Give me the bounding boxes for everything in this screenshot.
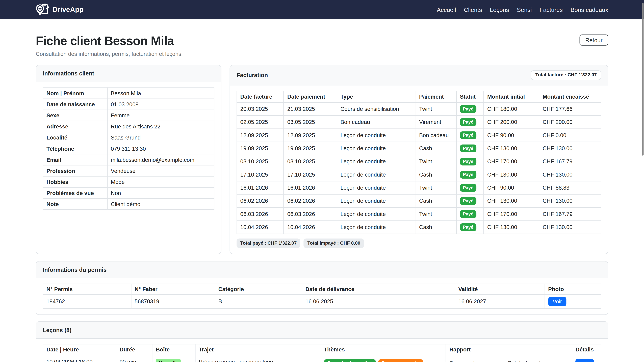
permit-col-n-permis: N° Permis	[43, 284, 131, 295]
client-info-row: SexeFemme	[43, 110, 214, 121]
client-info-value: Rue des Artisans 22	[107, 121, 214, 132]
permit-col-cat-gorie: Catégorie	[215, 284, 302, 295]
lesson-report: Parcours type examen. Points à corriger …	[446, 355, 572, 362]
client-info-value: mila.besson.demo@example.com	[107, 154, 214, 165]
lessons-col-bo-te: Boîte	[152, 344, 195, 355]
nav-link-clients[interactable]: Clients	[464, 6, 482, 13]
vertical-scrollbar[interactable]	[642, 3, 644, 156]
brand-label: DriveApp	[52, 5, 84, 14]
client-info-row: NoteClient démo	[43, 199, 214, 210]
billing-col-date-paiement: Date paiement	[284, 91, 337, 102]
nav-link-bons-cadeaux[interactable]: Bons cadeaux	[570, 6, 608, 13]
billing-col-montant-encaiss: Montant encaissé	[539, 91, 601, 102]
driveapp-logo-icon	[36, 3, 50, 16]
nav-link-sensi[interactable]: Sensi	[517, 6, 532, 13]
client-info-value: Client démo	[107, 199, 214, 210]
permit-col-date-de-d-livrance: Date de délivrance	[302, 284, 455, 295]
billing-row: 12.09.202512.09.2025Leçon de conduiteBon…	[237, 128, 601, 141]
client-info-label: Téléphone	[43, 143, 107, 154]
billing-row: 06.02.202606.02.2026Leçon de conduiteCas…	[237, 194, 601, 207]
permit-col-validit: Validité	[455, 284, 545, 295]
permit-validity: 16.06.2027	[455, 295, 545, 309]
permit-title: Informations du permis	[43, 266, 107, 273]
paid-status-badge: Payé	[460, 223, 476, 231]
paid-status-badge: Payé	[460, 171, 476, 178]
lesson-details-button[interactable]: Voir	[576, 359, 594, 362]
brand[interactable]: DriveApp	[36, 3, 84, 16]
billing-row: 03.10.202503.10.2025Leçon de conduiteTwi…	[237, 155, 601, 168]
lessons-col-dur-e: Durée	[116, 344, 152, 355]
client-info-label: Hobbies	[43, 176, 107, 187]
nav-link-accueil[interactable]: Accueil	[437, 6, 456, 13]
theme-badge-regard-observation: Regard - observation	[324, 359, 376, 362]
client-info-value: 01.03.2008	[107, 99, 214, 110]
client-info-row: HobbiesMode	[43, 176, 214, 187]
page-head: Fiche client Besson Mila Consultation de…	[36, 34, 608, 57]
lessons-table: Date | HeureDuréeBoîteTrajetThèmesRappor…	[43, 344, 602, 362]
client-info-row: AdresseRue des Artisans 22	[43, 121, 214, 132]
lessons-col-rapport: Rapport	[446, 344, 572, 355]
theme-badge-parcours-complet: Parcours complet	[378, 359, 424, 362]
billing-total-badge: Total payé : CHF 1'322.07	[236, 238, 300, 248]
view-photo-button[interactable]: Voir	[548, 297, 566, 306]
billing-total-badge: Total impayé : CHF 0.00	[304, 238, 364, 248]
permit-col-photo: Photo	[545, 284, 601, 295]
billing-row: 10.04.202610.04.2026Leçon de conduiteCas…	[237, 221, 601, 234]
permit-card: Informations du permis N° PermisN° Faber…	[36, 261, 608, 315]
billing-row: 20.03.202521.03.2025Cours de sensibilisa…	[237, 102, 601, 115]
paid-status-badge: Payé	[460, 157, 476, 165]
client-info-value: Vendeuse	[107, 165, 214, 176]
permit-category: B	[215, 295, 302, 309]
billing-col-paiement: Paiement	[416, 91, 456, 102]
client-info-row: Téléphone079 311 13 30	[43, 143, 214, 154]
client-info-label: Nom | Prénom	[43, 88, 107, 99]
page: DriveApp AccueilClientsLeçonsSensiFactur…	[0, 0, 644, 362]
client-info-value: Saas-Grund	[107, 132, 214, 143]
lessons-title: Leçons (8)	[43, 327, 72, 333]
client-info-row: Emailmila.besson.demo@example.com	[43, 154, 214, 165]
faber-number: 56870319	[131, 295, 215, 309]
paid-status-badge: Payé	[460, 131, 476, 139]
paid-status-badge: Payé	[460, 197, 476, 205]
billing-row: 02.05.202503.05.2025Bon cadeauVirementPa…	[237, 115, 601, 128]
client-info-value: 079 311 13 30	[107, 143, 214, 154]
paid-status-badge: Payé	[460, 144, 476, 152]
page-title: Fiche client Besson Mila	[36, 34, 183, 48]
lesson-route: Prépa examen : parcours type	[195, 355, 320, 362]
client-info-label: Problèmes de vue	[43, 187, 107, 199]
page-subtitle: Consultation des informations, permis, f…	[36, 51, 183, 57]
billing-card: Facturation Total facturé : CHF 1'322.07…	[230, 65, 608, 254]
lessons-col-date-heure: Date | Heure	[43, 344, 116, 355]
client-info-card: Informations client Nom | PrénomBesson M…	[36, 65, 222, 254]
permit-issue-date: 16.06.2025	[302, 295, 455, 309]
lesson-duration: 90 min	[116, 355, 152, 362]
total-billed-badge: Total facturé : CHF 1'322.07	[531, 70, 601, 80]
billing-col-statut: Statut	[456, 91, 484, 102]
paid-status-badge: Payé	[460, 118, 476, 126]
gearbox-badge: Manuelle	[156, 359, 181, 362]
lessons-col-trajet: Trajet	[195, 344, 320, 355]
client-info-label: Profession	[43, 165, 107, 176]
lesson-datetime: 10.04.2026 | 18:00	[43, 355, 116, 362]
permit-row: 184762 56870319 B 16.06.2025 16.06.2027 …	[43, 295, 601, 309]
billing-table: Date factureDate paiementTypePaiementSta…	[236, 90, 601, 234]
client-info-label: Email	[43, 154, 107, 165]
nav-link-le-ons[interactable]: Leçons	[490, 6, 509, 13]
client-info-label: Date de naissance	[43, 99, 107, 110]
nav-link-factures[interactable]: Factures	[540, 6, 563, 13]
billing-row: 19.09.202519.09.2025Leçon de conduiteCas…	[237, 142, 601, 155]
billing-row: 16.01.202616.01.2026Leçon de conduiteTwi…	[237, 181, 601, 194]
lesson-themes: Regard - observationParcours complet	[324, 359, 442, 362]
billing-row: 17.10.202517.10.2025Leçon de conduiteCas…	[237, 168, 601, 181]
billing-col-date-facture: Date facture	[237, 91, 284, 102]
client-info-label: Sexe	[43, 110, 107, 121]
client-info-row: Nom | PrénomBesson Mila	[43, 88, 214, 99]
client-info-row: Problèmes de vueNon	[43, 187, 214, 199]
client-info-title: Informations client	[43, 70, 94, 77]
client-info-value: Besson Mila	[107, 88, 214, 99]
navbar: DriveApp AccueilClientsLeçonsSensiFactur…	[0, 0, 644, 19]
client-info-value: Mode	[107, 176, 214, 187]
permit-col-n-faber: N° Faber	[131, 284, 215, 295]
back-button[interactable]: Retour	[580, 34, 608, 46]
client-info-row: ProfessionVendeuse	[43, 165, 214, 176]
